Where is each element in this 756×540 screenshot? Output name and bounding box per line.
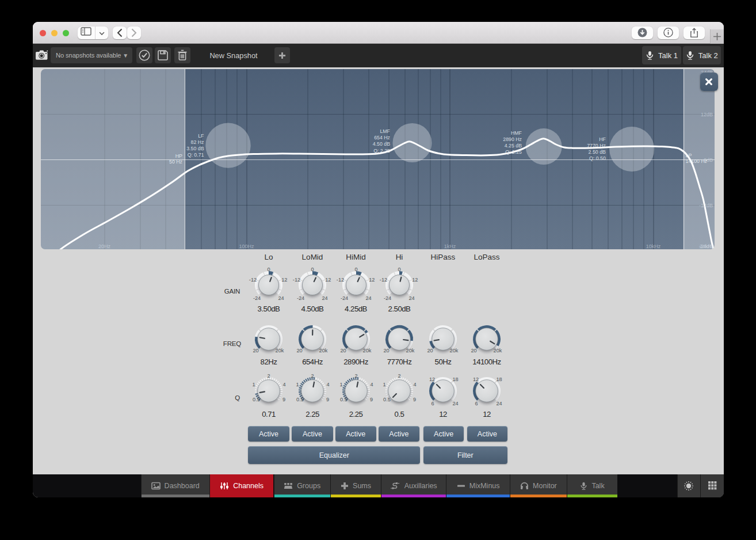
svg-text:20Hz: 20Hz — [98, 244, 110, 249]
svg-text:1: 1 — [296, 381, 299, 387]
svg-text:24: 24 — [408, 295, 414, 301]
svg-text:20: 20 — [340, 347, 346, 353]
svg-text:-24: -24 — [253, 295, 261, 301]
svg-text:0.5: 0.5 — [253, 396, 260, 402]
svg-text:20k: 20k — [362, 347, 371, 353]
svg-text:2890 Hz: 2890 Hz — [503, 136, 522, 142]
svg-text:0.5: 0.5 — [340, 396, 348, 402]
svg-text:18: 18 — [496, 377, 502, 382]
svg-text:4.25 dB: 4.25 dB — [504, 143, 521, 149]
svg-text:4: 4 — [370, 381, 373, 387]
svg-text:-24: -24 — [297, 295, 304, 301]
svg-text:1: 1 — [383, 381, 385, 387]
svg-text:12: 12 — [325, 277, 331, 283]
svg-text:9: 9 — [326, 396, 329, 402]
svg-text:20: 20 — [471, 347, 476, 353]
svg-text:4: 4 — [326, 381, 329, 387]
svg-text:12: 12 — [412, 277, 418, 283]
svg-text:0dB: 0dB — [703, 157, 712, 163]
svg-text:9: 9 — [369, 396, 372, 402]
svg-text:4: 4 — [282, 381, 285, 387]
svg-text:12: 12 — [281, 277, 287, 283]
svg-text:6: 6 — [475, 401, 478, 406]
svg-text:-12: -12 — [380, 277, 387, 283]
svg-text:12: 12 — [429, 377, 435, 382]
svg-text:0.5: 0.5 — [383, 396, 391, 402]
svg-text:2: 2 — [311, 373, 314, 379]
svg-text:0: 0 — [267, 267, 270, 272]
svg-text:654 Hz: 654 Hz — [374, 135, 390, 140]
svg-text:20: 20 — [253, 347, 258, 353]
svg-text:Q: 2.25: Q: 2.25 — [373, 148, 390, 154]
svg-text:0: 0 — [398, 267, 400, 272]
svg-text:7770 Hz: 7770 Hz — [587, 143, 606, 149]
svg-text:-24: -24 — [384, 295, 391, 301]
svg-text:Q: 0.50: Q: 0.50 — [589, 155, 606, 161]
svg-text:24: 24 — [496, 401, 502, 406]
svg-text:20: 20 — [383, 347, 389, 353]
svg-text:LF: LF — [198, 133, 204, 139]
svg-text:4.50 dB: 4.50 dB — [372, 141, 390, 147]
svg-text:24: 24 — [322, 295, 327, 301]
svg-text:12: 12 — [369, 277, 375, 283]
svg-text:100Hz: 100Hz — [239, 244, 254, 249]
svg-text:18: 18 — [452, 377, 458, 382]
svg-text:2.50 dB: 2.50 dB — [588, 149, 605, 155]
svg-text:3.50 dB: 3.50 dB — [186, 146, 204, 151]
svg-text:1: 1 — [252, 381, 255, 387]
svg-text:82 Hz: 82 Hz — [190, 139, 204, 145]
svg-text:12: 12 — [473, 377, 479, 382]
svg-text:0.5: 0.5 — [296, 396, 304, 402]
svg-text:Q: 0.71: Q: 0.71 — [187, 152, 204, 158]
svg-text:20: 20 — [427, 347, 433, 353]
svg-text:HMF: HMF — [510, 130, 522, 136]
svg-text:20k: 20k — [319, 347, 328, 353]
svg-text:-12: -12 — [293, 277, 300, 283]
svg-text:4: 4 — [413, 381, 416, 387]
svg-text:24: 24 — [365, 295, 371, 301]
svg-text:-24dB: -24dB — [698, 244, 712, 249]
svg-text:10kHz: 10kHz — [646, 244, 660, 249]
svg-text:0: 0 — [311, 267, 314, 272]
svg-text:1kHz: 1kHz — [444, 244, 456, 249]
svg-text:24: 24 — [278, 295, 284, 301]
svg-text:HP: HP — [175, 153, 182, 159]
svg-text:0: 0 — [354, 267, 357, 272]
svg-text:2: 2 — [267, 373, 270, 379]
svg-text:LMF: LMF — [380, 128, 390, 134]
svg-text:-12: -12 — [336, 277, 343, 283]
svg-text:20: 20 — [296, 347, 302, 353]
svg-text:9: 9 — [282, 396, 285, 402]
svg-text:LP: LP — [685, 153, 692, 158]
svg-text:9: 9 — [413, 396, 416, 402]
svg-text:HF: HF — [599, 136, 606, 142]
svg-text:6: 6 — [431, 401, 434, 406]
svg-text:2: 2 — [354, 373, 357, 379]
svg-text:-24: -24 — [340, 295, 348, 301]
svg-text:-12dB: -12dB — [698, 203, 712, 208]
svg-text:20k: 20k — [406, 347, 415, 353]
svg-text:-12: -12 — [249, 277, 257, 283]
svg-text:24: 24 — [452, 401, 458, 406]
svg-text:1: 1 — [339, 381, 342, 387]
svg-text:50 Hz: 50 Hz — [169, 159, 182, 165]
svg-text:2: 2 — [398, 373, 400, 379]
svg-text:20k: 20k — [276, 347, 284, 353]
svg-text:Q: 2.25: Q: 2.25 — [505, 149, 522, 155]
svg-text:20k: 20k — [450, 347, 459, 353]
svg-text:20k: 20k — [494, 347, 502, 353]
svg-text:12dB: 12dB — [700, 112, 712, 117]
